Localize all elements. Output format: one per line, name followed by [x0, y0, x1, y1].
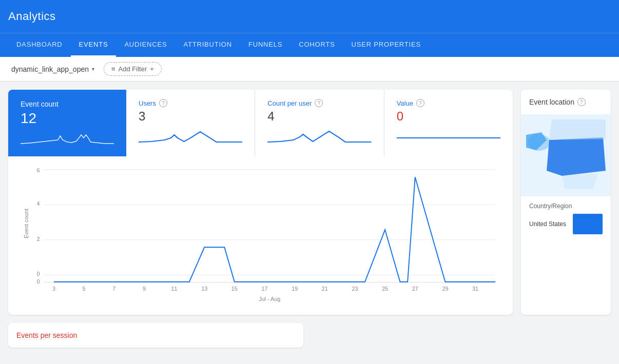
- users-label: Users: [139, 99, 156, 107]
- svg-text:27: 27: [412, 286, 418, 292]
- svg-text:31: 31: [472, 286, 478, 292]
- count-per-user-value: 4: [267, 109, 371, 124]
- event-count-sparkline: [21, 131, 114, 146]
- event-location-map: [521, 114, 611, 196]
- count-per-user-label: Count per user: [267, 99, 312, 107]
- stat-users: Users ? 3: [126, 90, 255, 156]
- event-count-label: Event count: [21, 100, 114, 108]
- svg-text:11: 11: [171, 286, 178, 292]
- event-count-value: 12: [21, 110, 114, 127]
- country-bar: [573, 214, 603, 234]
- nav-user-properties[interactable]: USER PROPERTIES: [343, 33, 429, 57]
- event-selector[interactable]: dynamic_link_app_open ▾: [8, 63, 98, 75]
- main-chart-container: Event count 0 0 2 4 6 3: [8, 156, 513, 315]
- app-title: Analytics: [8, 10, 56, 23]
- users-label-row: Users ?: [139, 99, 242, 107]
- count-per-user-sparkline: [267, 128, 371, 143]
- nav-cohorts[interactable]: COHORTS: [291, 33, 343, 57]
- svg-text:13: 13: [201, 286, 207, 292]
- svg-text:21: 21: [322, 286, 328, 292]
- value-info-icon[interactable]: ?: [416, 99, 424, 107]
- count-per-user-info-icon[interactable]: ?: [315, 99, 323, 107]
- stat-value: Value ? 0: [384, 90, 513, 156]
- users-sparkline: [139, 128, 242, 143]
- svg-text:19: 19: [292, 286, 298, 292]
- country-bar-row: United States: [529, 214, 603, 234]
- right-panel: Event location ? Country/Region: [521, 90, 611, 315]
- nav-bar: DASHBOARD EVENTS AUDIENCES ATTRIBUTION F…: [0, 33, 619, 57]
- map-svg: [521, 114, 611, 196]
- svg-text:2: 2: [37, 236, 40, 242]
- count-per-user-label-row: Count per user ?: [267, 99, 371, 107]
- main-chart-svg: 0 0 2 4 6 3 5 7 9 11 13 15 17 19 21: [29, 165, 500, 305]
- nav-attribution[interactable]: ATTRIBUTION: [175, 33, 240, 57]
- nav-funnels[interactable]: FUNNELS: [240, 33, 291, 57]
- event-location-label: Event location: [529, 98, 574, 106]
- plus-icon: +: [150, 65, 154, 73]
- users-info-icon[interactable]: ?: [159, 99, 167, 107]
- selected-event-label: dynamic_link_app_open: [11, 65, 89, 73]
- nav-audiences[interactable]: AUDIENCES: [116, 33, 175, 57]
- filter-icon: ≡: [111, 65, 115, 73]
- chart-area: Event count 12 Users ? 3: [8, 90, 513, 315]
- add-filter-button[interactable]: ≡ Add Filter +: [104, 62, 162, 76]
- y-axis-label: Event count: [23, 209, 29, 238]
- svg-text:0: 0: [37, 278, 40, 285]
- svg-text:3: 3: [52, 286, 55, 292]
- svg-text:17: 17: [262, 286, 268, 292]
- svg-text:29: 29: [442, 286, 448, 292]
- country-region-label: Country/Region: [529, 203, 603, 210]
- svg-text:4: 4: [37, 200, 40, 207]
- country-section: Country/Region United States: [521, 196, 611, 240]
- stats-row: Event count 12 Users ? 3: [8, 90, 513, 156]
- users-value: 3: [139, 109, 242, 124]
- country-name: United States: [529, 220, 569, 228]
- value-number: 0: [397, 109, 500, 124]
- stat-event-count: Event count 12: [8, 90, 126, 156]
- svg-text:7: 7: [112, 286, 115, 292]
- nav-events[interactable]: EVENTS: [71, 33, 117, 57]
- bottom-section: Events per session: [0, 323, 619, 356]
- top-bar: Analytics: [0, 0, 619, 33]
- events-per-session-title: Events per session: [16, 331, 295, 339]
- event-location-info-icon[interactable]: ?: [577, 98, 586, 106]
- chevron-down-icon: ▾: [92, 66, 94, 72]
- right-panel-header: Event location ?: [521, 90, 611, 114]
- filter-bar: dynamic_link_app_open ▾ ≡ Add Filter +: [0, 57, 619, 82]
- svg-text:Jul - Aug: Jul - Aug: [259, 296, 280, 302]
- nav-dashboard[interactable]: DASHBOARD: [8, 33, 71, 57]
- add-filter-label: Add Filter: [119, 65, 147, 73]
- stat-count-per-user: Count per user ? 4: [255, 90, 384, 156]
- svg-text:0: 0: [37, 271, 40, 277]
- svg-text:9: 9: [143, 286, 146, 292]
- svg-text:15: 15: [231, 286, 238, 292]
- value-label-row: Value ?: [397, 99, 500, 107]
- value-sparkline: [397, 128, 500, 143]
- svg-text:23: 23: [352, 286, 358, 292]
- svg-text:6: 6: [37, 167, 40, 173]
- main-content: Event count 12 Users ? 3: [0, 82, 619, 323]
- svg-text:5: 5: [83, 286, 86, 292]
- value-label: Value: [397, 99, 413, 107]
- svg-text:25: 25: [382, 286, 388, 292]
- events-per-session-card: Events per session: [8, 323, 303, 348]
